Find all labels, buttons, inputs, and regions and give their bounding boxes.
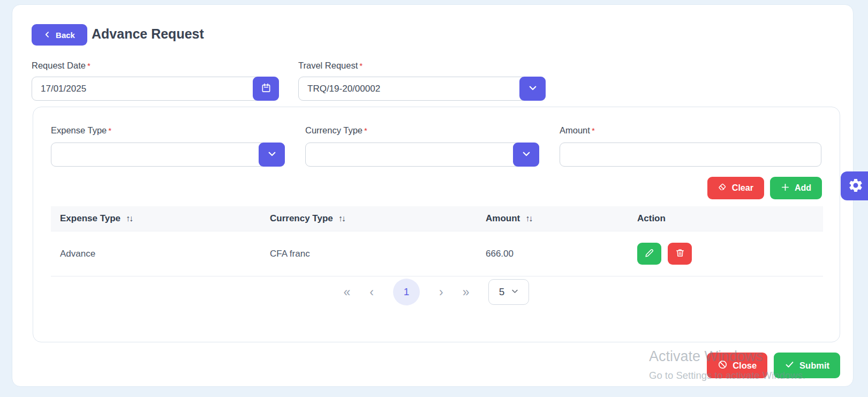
clear-button-label: Clear bbox=[732, 183, 753, 193]
form-footer-actions: Close Submit bbox=[707, 353, 840, 378]
current-page-button[interactable]: 1 bbox=[393, 279, 420, 305]
required-asterisk: * bbox=[592, 126, 595, 135]
add-button-label: Add bbox=[795, 183, 811, 193]
page-size-select[interactable]: 5 bbox=[488, 279, 529, 305]
edit-row-button[interactable] bbox=[637, 243, 661, 265]
check-icon bbox=[784, 359, 795, 372]
submit-button-label: Submit bbox=[799, 361, 829, 371]
travel-request-label: Travel Request* bbox=[298, 61, 363, 71]
clear-button[interactable]: Clear bbox=[707, 177, 764, 199]
request-date-group bbox=[32, 77, 279, 101]
delete-row-button[interactable] bbox=[668, 243, 692, 265]
required-asterisk: * bbox=[359, 61, 363, 70]
next-page-button[interactable]: › bbox=[439, 286, 443, 298]
amount-group bbox=[560, 143, 821, 167]
page-title: Advance Request bbox=[92, 26, 204, 42]
expense-type-select[interactable] bbox=[51, 143, 285, 167]
column-header-amount: Amount ↑↓ bbox=[477, 213, 628, 224]
sort-icon[interactable]: ↑↓ bbox=[525, 214, 532, 223]
settings-flyout-button[interactable] bbox=[841, 171, 868, 200]
close-button[interactable]: Close bbox=[707, 353, 767, 378]
pencil-icon bbox=[644, 248, 654, 260]
sort-icon[interactable]: ↑↓ bbox=[338, 214, 345, 223]
currency-type-dropdown-button[interactable] bbox=[513, 143, 539, 167]
ban-icon bbox=[718, 359, 728, 372]
cell-expense-type: Advance bbox=[51, 249, 261, 259]
column-header-action: Action bbox=[628, 213, 823, 224]
pagination: « ‹ 1 › » 5 bbox=[33, 279, 840, 305]
last-page-button[interactable]: » bbox=[463, 286, 470, 298]
submit-button[interactable]: Submit bbox=[774, 353, 840, 378]
currency-type-label: Currency Type* bbox=[305, 125, 367, 136]
chevron-down-icon bbox=[267, 149, 277, 160]
advance-request-panel: Back Advance Request Request Date* Trave… bbox=[12, 4, 854, 387]
table-row: Advance CFA franc 666.00 bbox=[51, 231, 823, 276]
chevron-down-icon bbox=[522, 149, 531, 160]
required-asterisk: * bbox=[108, 126, 111, 135]
page: Back Advance Request Request Date* Trave… bbox=[0, 0, 868, 397]
add-button[interactable]: Add bbox=[770, 177, 822, 199]
required-asterisk: * bbox=[87, 61, 90, 70]
back-button[interactable]: Back bbox=[32, 24, 87, 46]
table-header-row: Expense Type ↑↓ Currency Type ↑↓ Amount … bbox=[51, 206, 823, 231]
expense-type-label: Expense Type* bbox=[51, 125, 111, 136]
currency-type-select[interactable] bbox=[305, 143, 539, 167]
calendar-icon bbox=[261, 83, 271, 95]
travel-request-select[interactable] bbox=[298, 77, 546, 101]
page-size-value: 5 bbox=[499, 286, 505, 298]
cell-actions bbox=[628, 243, 823, 265]
chevron-left-icon bbox=[44, 31, 51, 40]
chevron-down-icon bbox=[511, 286, 519, 298]
required-asterisk: * bbox=[364, 126, 367, 135]
chevron-down-icon bbox=[528, 83, 538, 94]
amount-input[interactable] bbox=[560, 143, 821, 167]
sort-icon[interactable]: ↑↓ bbox=[126, 214, 132, 223]
trash-icon bbox=[675, 248, 685, 259]
column-header-expense-type: Expense Type ↑↓ bbox=[51, 213, 261, 224]
request-date-input[interactable] bbox=[32, 77, 279, 101]
expense-type-group bbox=[51, 143, 285, 167]
expense-lines-card: Expense Type* Currency Type* bbox=[33, 107, 840, 342]
eraser-icon bbox=[718, 183, 727, 194]
amount-label: Amount* bbox=[560, 125, 595, 136]
cell-currency-type: CFA franc bbox=[261, 249, 477, 259]
plus-icon bbox=[781, 183, 790, 194]
line-actions: Clear Add bbox=[707, 177, 822, 199]
column-header-currency-type: Currency Type ↑↓ bbox=[261, 213, 477, 224]
cell-amount: 666.00 bbox=[477, 249, 628, 259]
expense-type-dropdown-button[interactable] bbox=[259, 143, 285, 167]
currency-type-group bbox=[305, 143, 539, 167]
request-date-label: Request Date* bbox=[32, 61, 90, 71]
previous-page-button[interactable]: ‹ bbox=[369, 286, 374, 298]
back-button-label: Back bbox=[56, 31, 75, 40]
expense-lines-table: Expense Type ↑↓ Currency Type ↑↓ Amount … bbox=[51, 206, 823, 276]
date-picker-button[interactable] bbox=[253, 77, 279, 101]
travel-request-group bbox=[298, 77, 546, 101]
close-button-label: Close bbox=[733, 361, 757, 371]
travel-request-dropdown-button[interactable] bbox=[519, 77, 546, 101]
gear-icon bbox=[848, 177, 864, 195]
first-page-button[interactable]: « bbox=[344, 286, 351, 298]
